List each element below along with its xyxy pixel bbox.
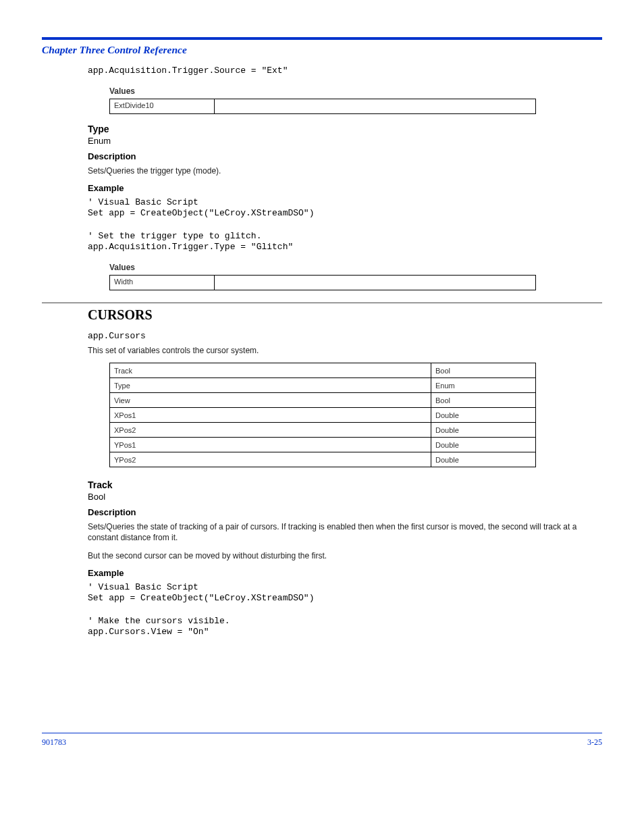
code-snippet-source: app.Acquisition.Trigger.Source = "Ext" [88,66,602,77]
member-type-cell: Double [431,423,536,438]
track-heading: Track [88,479,602,490]
example-label: Example [88,568,602,578]
type-heading: Type [88,124,602,134]
member-name-cell: Track [110,363,431,378]
table-row: YPos2Double [110,452,536,467]
code-snippet-type: ' Visual Basic Script Set app = CreateOb… [88,197,602,253]
description-label: Description [88,151,602,161]
value-cell: Width [110,275,215,290]
cursors-members-table: TrackBoolTypeEnumViewBoolXPos1DoubleXPos… [109,363,536,467]
member-type-cell: Bool [431,363,536,378]
member-name-cell: XPos2 [110,423,431,438]
section-divider [42,303,602,303]
values-label-2: Values [109,263,602,272]
track-description-1: Sets/Queries the state of tracking of a … [88,521,602,543]
member-name-cell: Type [110,378,431,393]
example-label: Example [88,183,602,193]
track-description-2: But the second cursor can be moved by wi… [88,550,602,561]
member-name-cell: YPos2 [110,452,431,467]
table-row: ViewBool [110,393,536,408]
member-type-cell: Bool [431,393,536,408]
footer-row: 901783 3-25 [42,737,602,748]
values-label-1: Values [109,86,602,96]
cursors-path: app.Cursors [88,331,602,341]
content-area: app.Acquisition.Trigger.Source = "Ext" V… [42,61,602,638]
page-root: Chapter Three Control Reference app.Acqu… [0,0,644,748]
table-row: YPos1Double [110,438,536,452]
table-row: XPos1Double [110,408,536,423]
values-table-1: ExtDivide10 [109,99,536,114]
header-rule [42,37,602,40]
value-cell [215,275,536,290]
header-chapter-title: Chapter Three Control Reference [42,44,602,56]
member-name-cell: View [110,393,431,408]
table-row: TypeEnum [110,378,536,393]
member-name-cell: XPos1 [110,408,431,423]
values-table-2: Width [109,275,536,290]
footer-rule [42,733,602,733]
cursors-description: This set of variables controls the curso… [88,345,602,356]
table-row: Width [110,275,536,290]
member-type-cell: Double [431,408,536,423]
member-type-cell: Enum [431,378,536,393]
track-subtype: Bool [88,492,602,502]
description-label: Description [88,507,602,517]
type-description: Sets/Queries the trigger type (mode). [88,165,602,176]
footer-left: 901783 [42,737,66,748]
value-cell [215,99,536,113]
footer-right: 3-25 [587,737,602,748]
value-cell: ExtDivide10 [110,99,215,113]
table-row: XPos2Double [110,423,536,438]
code-snippet-track: ' Visual Basic Script Set app = CreateOb… [88,582,602,638]
table-row: ExtDivide10 [110,99,536,113]
cursors-heading: CURSORS [88,307,602,323]
type-subtype: Enum [88,136,602,146]
member-type-cell: Double [431,452,536,467]
member-type-cell: Double [431,438,536,452]
member-name-cell: YPos1 [110,438,431,452]
table-row: TrackBool [110,363,536,378]
